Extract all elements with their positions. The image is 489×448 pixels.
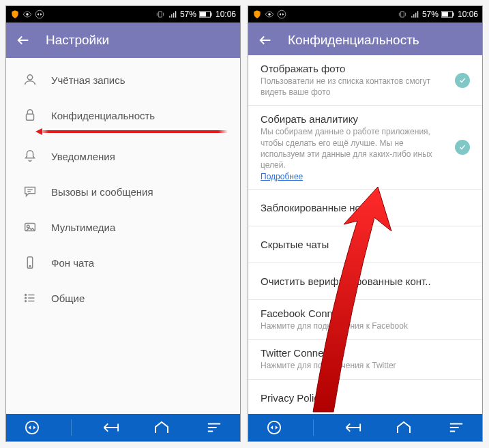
settings-item-notifications[interactable]: Уведомления [6, 138, 240, 174]
priv-title: Заблокированные номера [261, 202, 470, 213]
priv-sub: Пользователи не из списка контактов смог… [261, 76, 448, 98]
navbar [248, 414, 482, 441]
phone-screen-right: 57% 10:06 Конфиденциальность Отображать … [248, 5, 483, 442]
settings-item-label: Конфиденциальность [51, 110, 155, 121]
list-icon [23, 290, 38, 305]
svg-point-16 [278, 10, 286, 18]
phone-icon [23, 255, 38, 270]
settings-item-label: Фон чата [51, 257, 94, 269]
statusbar: 57% 10:06 [6, 6, 240, 23]
appbar-title: Конфиденциальность [288, 33, 419, 48]
highlight-underline [39, 130, 228, 133]
eye-icon [265, 10, 274, 19]
back-icon[interactable] [16, 33, 31, 48]
svg-point-14 [26, 421, 38, 434]
priv-title: Privacy Policy [261, 392, 470, 404]
settings-item-label: Вызовы и сообщения [51, 186, 153, 198]
teamviewer-icon [35, 10, 44, 19]
privacy-list: Отображать фото Пользователи не из списк… [248, 55, 482, 414]
priv-title: Скрытые чаты [261, 239, 470, 250]
battery-text: 57% [180, 10, 196, 19]
lock-icon [23, 108, 38, 123]
priv-title: Собирать аналитику [261, 113, 448, 125]
svg-point-10 [29, 266, 31, 267]
settings-item-label: Учётная запись [51, 74, 125, 86]
priv-title: Twitter Connect [261, 347, 470, 359]
toggle-on-icon[interactable] [455, 140, 470, 155]
svg-point-11 [25, 295, 27, 296]
privacy-item-facebook[interactable]: Facebook Connect Нажмите для подключения… [248, 300, 482, 340]
appbar-title: Настройки [46, 33, 109, 48]
priv-title: Очистить верифицированные конт.. [261, 275, 470, 287]
settings-item-background[interactable]: Фон чата [6, 245, 240, 280]
nav-back-button[interactable] [338, 414, 366, 441]
chat-icon [23, 184, 38, 199]
appbar: Настройки [6, 23, 240, 58]
settings-item-label: Общие [51, 293, 85, 304]
privacy-item-analytics[interactable]: Собирать аналитику Мы собираем данные о … [248, 106, 482, 190]
settings-item-account[interactable]: Учётная запись [6, 62, 240, 98]
privacy-item-blocked[interactable]: Заблокированные номера [248, 190, 482, 226]
nav-menu-button[interactable] [201, 414, 228, 441]
battery-icon [199, 10, 213, 18]
priv-title: Отображать фото [261, 63, 448, 74]
settings-item-general[interactable]: Общие [6, 280, 240, 316]
battery-text: 57% [422, 10, 439, 19]
vibrate-icon [155, 10, 165, 19]
settings-item-media[interactable]: Мультимедиа [6, 209, 240, 245]
svg-rect-3 [200, 12, 206, 17]
svg-point-1 [35, 10, 44, 18]
nav-home-button[interactable] [390, 414, 417, 441]
svg-point-0 [26, 13, 29, 16]
toggle-on-icon[interactable] [455, 73, 470, 88]
signal-icon [410, 10, 419, 19]
bell-icon [23, 149, 38, 164]
media-icon [23, 220, 38, 235]
priv-title: Facebook Connect [261, 308, 470, 319]
teamviewer-icon [277, 10, 286, 19]
battery-icon [441, 10, 455, 18]
privacy-item-policy[interactable]: Privacy Policy [248, 380, 482, 415]
svg-point-8 [27, 225, 29, 228]
nav-teamviewer-button[interactable] [261, 414, 288, 441]
back-icon[interactable] [258, 33, 273, 48]
statusbar: 57% 10:06 [248, 6, 482, 23]
user-icon [23, 72, 38, 87]
privacy-item-photo[interactable]: Отображать фото Пользователи не из списк… [248, 55, 482, 106]
settings-item-label: Уведомления [51, 151, 115, 162]
vibrate-icon [398, 10, 407, 19]
phone-screen-left: 57% 10:06 Настройки Учётная запись Конфи… [5, 5, 241, 442]
appbar: Конфиденциальность [248, 23, 482, 58]
settings-list: Учётная запись Конфиденциальность Уведом… [6, 58, 240, 414]
nav-teamviewer-button[interactable] [18, 414, 46, 441]
eye-icon [23, 10, 32, 19]
privacy-item-twitter[interactable]: Twitter Connect Нажмите для подключения … [248, 340, 482, 379]
signal-icon [168, 10, 177, 19]
svg-point-5 [27, 75, 32, 80]
svg-rect-4 [211, 13, 212, 16]
priv-sub: Нажмите для подключения к Facebook [261, 320, 470, 331]
svg-point-12 [25, 297, 27, 299]
clock-text: 10:06 [458, 10, 478, 19]
svg-point-13 [25, 301, 27, 302]
nav-menu-button[interactable] [443, 414, 470, 441]
svg-rect-6 [27, 114, 34, 120]
shield-icon [10, 10, 20, 19]
nav-back-button[interactable] [96, 414, 123, 441]
privacy-item-clear[interactable]: Очистить верифицированные конт.. [248, 263, 482, 300]
navbar [6, 414, 240, 441]
priv-sub: Нажмите для подключения к Twitter [261, 360, 470, 371]
settings-item-label: Мультимедиа [51, 222, 115, 233]
svg-point-20 [268, 421, 280, 434]
svg-rect-18 [442, 12, 448, 17]
priv-link[interactable]: Подробнее [261, 172, 303, 181]
priv-sub: Мы собираем данные о работе приложения, … [261, 126, 448, 170]
privacy-item-hidden[interactable]: Скрытые чаты [248, 226, 482, 263]
shield-icon [252, 10, 262, 19]
settings-item-calls[interactable]: Вызовы и сообщения [6, 174, 240, 209]
svg-rect-19 [453, 13, 454, 16]
nav-home-button[interactable] [148, 414, 175, 441]
svg-point-15 [268, 13, 271, 16]
clock-text: 10:06 [216, 10, 236, 19]
